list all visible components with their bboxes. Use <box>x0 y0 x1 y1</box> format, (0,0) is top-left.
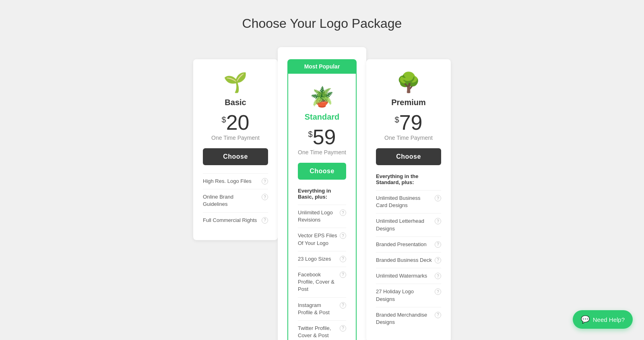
info-icon[interactable]: ? <box>262 178 268 185</box>
standard-name: Standard <box>305 112 340 122</box>
basic-icon: 🌱 <box>223 71 248 94</box>
list-item: 27 Holiday Logo Designs ? <box>376 284 441 307</box>
info-icon[interactable]: ? <box>435 241 441 248</box>
info-icon[interactable]: ? <box>435 288 441 295</box>
premium-choose-button[interactable]: Choose <box>376 148 441 165</box>
basic-amount: 20 <box>226 112 250 133</box>
standard-frequency: One Time Payment <box>298 149 346 155</box>
info-icon[interactable]: ? <box>340 209 346 216</box>
list-item: Branded Presentation ? <box>376 236 441 252</box>
info-icon[interactable]: ? <box>340 302 346 309</box>
list-item: Full Commercial Rights ? <box>203 212 268 228</box>
basic-name: Basic <box>225 98 246 107</box>
basic-dollar: $ <box>222 115 226 124</box>
info-icon[interactable]: ? <box>340 256 346 262</box>
premium-name: Premium <box>391 98 426 107</box>
info-icon[interactable]: ? <box>435 312 441 318</box>
list-item: Twitter Profile, Cover & Post ? <box>298 320 346 340</box>
info-icon[interactable]: ? <box>340 232 346 239</box>
list-item: Branded Merchandise Designs ? <box>376 307 441 330</box>
list-item: Unlimited Business Card Designs ? <box>376 190 441 213</box>
list-item: Unlimited Letterhead Designs ? <box>376 213 441 236</box>
info-icon[interactable]: ? <box>435 195 441 201</box>
list-item: Instagram Profile & Post ? <box>298 297 346 320</box>
premium-features-header: Everything in the Standard, plus: <box>376 173 441 185</box>
list-item: Branded Business Deck ? <box>376 252 441 268</box>
info-icon[interactable]: ? <box>340 325 346 332</box>
list-item: High Res. Logo Files ? <box>203 173 268 189</box>
standard-amount: 59 <box>313 126 336 147</box>
basic-price: $ 20 <box>222 112 250 133</box>
list-item: Unlimited Watermarks ? <box>376 268 441 284</box>
list-item: Online Brand Guidelines ? <box>203 189 268 212</box>
standard-features-list: Unlimited Logo Revisions ? Vector EPS Fi… <box>298 205 346 340</box>
need-help-label: Need Help? <box>593 316 625 323</box>
info-icon[interactable]: ? <box>262 194 268 200</box>
basic-frequency: One Time Payment <box>211 135 260 141</box>
standard-choose-button[interactable]: Choose <box>298 163 346 180</box>
standard-price: $ 59 <box>308 126 336 147</box>
premium-features-list: Unlimited Business Card Designs ? Unlimi… <box>376 190 441 330</box>
standard-icon: 🪴 <box>310 86 334 108</box>
info-icon[interactable]: ? <box>262 217 268 224</box>
standard-features-header: Everything in Basic, plus: <box>298 188 346 200</box>
basic-features-list: High Res. Logo Files ? Online Brand Guid… <box>203 173 268 228</box>
basic-choose-button[interactable]: Choose <box>203 148 268 165</box>
most-popular-badge: Most Popular <box>287 59 357 74</box>
premium-icon: 🌳 <box>396 71 421 94</box>
chat-icon: 💬 <box>581 315 590 324</box>
premium-dollar: $ <box>395 115 399 124</box>
plan-standard: Most Popular 🪴 Standard $ 59 One Time Pa… <box>278 47 366 340</box>
premium-frequency: One Time Payment <box>384 135 433 141</box>
plans-container: 🌱 Basic $ 20 One Time Payment Choose Hig… <box>193 47 451 340</box>
standard-card: 🪴 Standard $ 59 One Time Payment Choose … <box>287 74 357 340</box>
list-item: 23 Logo Sizes ? <box>298 251 346 267</box>
info-icon[interactable]: ? <box>435 218 441 224</box>
list-item: Facebook Profile, Cover & Post ? <box>298 267 346 297</box>
plan-premium: 🌳 Premium $ 79 One Time Payment Choose E… <box>366 59 451 340</box>
list-item: Vector EPS Files Of Your Logo ? <box>298 228 346 251</box>
page-title: Choose Your Logo Package <box>242 16 402 31</box>
premium-amount: 79 <box>399 112 423 133</box>
info-icon[interactable]: ? <box>435 273 441 279</box>
standard-dollar: $ <box>308 130 313 139</box>
need-help-button[interactable]: 💬 Need Help? <box>573 310 633 329</box>
info-icon[interactable]: ? <box>435 257 441 263</box>
premium-price: $ 79 <box>395 112 423 133</box>
list-item: Unlimited Logo Revisions ? <box>298 205 346 228</box>
plan-basic: 🌱 Basic $ 20 One Time Payment Choose Hig… <box>193 59 278 240</box>
info-icon[interactable]: ? <box>340 272 346 278</box>
